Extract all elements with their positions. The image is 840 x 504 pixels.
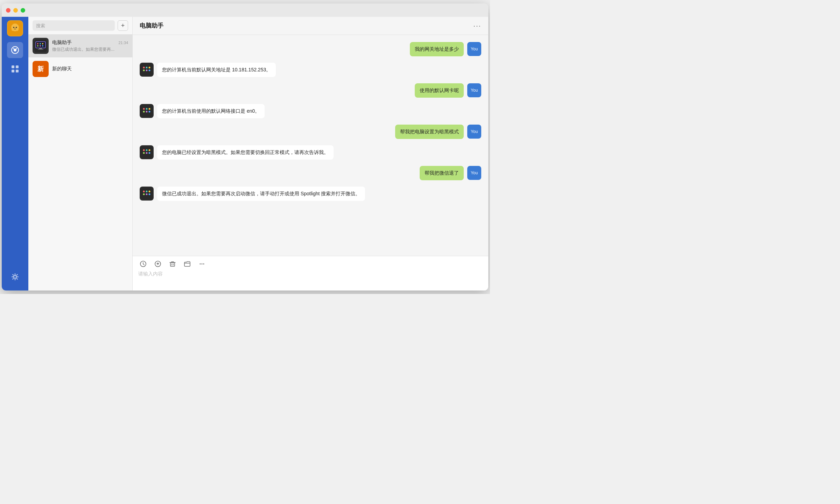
messages-area: You 我的网关地址是多少: [133, 35, 488, 256]
svg-point-10: [13, 48, 14, 49]
svg-point-40: [146, 111, 148, 113]
message-row-2: 您的计算机当前默认网关地址是 10.181.152.253。: [140, 63, 481, 77]
message-row-4: 您的计算机当前使用的默认网络接口是 en0。: [140, 104, 481, 118]
svg-point-22: [42, 43, 43, 44]
close-button[interactable]: [6, 8, 10, 13]
svg-point-11: [16, 48, 17, 49]
chat-main: 电脑助手 ··· You 我的网关地址是多少: [133, 17, 488, 290]
input-area: [133, 256, 488, 290]
message-row-3: You 使用的默认网卡呢: [140, 83, 481, 98]
message-bubble-2: 您的计算机当前默认网关地址是 10.181.152.253。: [157, 63, 276, 77]
message-bubble-8: 微信已成功退出。如果您需要再次启动微信，请手动打开或使用 Spotlight 搜…: [157, 187, 365, 201]
svg-rect-13: [16, 65, 19, 68]
sidebar-nav: [2, 17, 28, 290]
svg-point-37: [146, 108, 148, 110]
app-body: +: [2, 17, 488, 290]
svg-point-30: [146, 67, 148, 69]
chat-name-new: 新的聊天: [52, 66, 72, 72]
upload-icon-button[interactable]: [153, 259, 163, 269]
chat-item-diannao[interactable]: 电脑助手 21:34 微信已成功退出。如果您需要再...: [28, 34, 132, 57]
toolbar-more-button[interactable]: [197, 259, 207, 269]
svg-point-47: [146, 152, 148, 154]
bot-avatar-msg6: [140, 145, 154, 159]
svg-point-38: [149, 108, 150, 110]
svg-point-20: [37, 43, 38, 44]
svg-point-53: [143, 194, 145, 195]
minimize-button[interactable]: [13, 8, 18, 13]
message-row-8: 微信已成功退出。如果您需要再次启动微信，请手动打开或使用 Spotlight 搜…: [140, 187, 481, 201]
message-bubble-3: 使用的默认网卡呢: [415, 83, 464, 98]
chat-name-diannao: 电脑助手: [52, 40, 72, 46]
chat-avatar-diannao: [33, 38, 49, 54]
svg-point-34: [149, 70, 150, 71]
svg-point-39: [143, 111, 145, 113]
message-bubble-4: 您的计算机当前使用的默认网络接口是 en0。: [157, 104, 265, 118]
svg-point-55: [149, 194, 150, 195]
nav-chat-button[interactable]: [7, 42, 23, 58]
message-bubble-6: 您的电脑已经设置为暗黑模式。如果您需要切换回正常模式，请再次告诉我。: [157, 145, 334, 160]
add-chat-button[interactable]: +: [118, 20, 128, 31]
history-icon-button[interactable]: [138, 259, 148, 269]
title-bar: [2, 4, 488, 17]
app-window: +: [2, 4, 488, 290]
svg-point-33: [146, 70, 148, 71]
input-toolbar: [138, 259, 483, 269]
user-avatar-msg5: You: [467, 125, 481, 139]
user-avatar[interactable]: [7, 20, 23, 36]
svg-rect-14: [12, 70, 14, 72]
svg-rect-27: [38, 49, 43, 50]
chat-avatar-new: 新: [33, 61, 49, 77]
svg-point-44: [146, 149, 148, 151]
svg-point-48: [149, 152, 150, 154]
chat-info-diannao: 电脑助手 21:34 微信已成功退出。如果您需要再...: [52, 40, 128, 52]
svg-point-9: [14, 49, 16, 51]
search-input[interactable]: [33, 20, 115, 31]
message-bubble-5: 帮我把电脑设置为暗黑模式: [395, 125, 464, 139]
svg-rect-12: [12, 65, 14, 68]
chat-list-header: +: [28, 17, 132, 34]
svg-point-54: [146, 194, 148, 195]
fullscreen-button[interactable]: [21, 8, 25, 13]
svg-rect-58: [170, 262, 175, 266]
message-row-5: You 帮我把电脑设置为暗黑模式: [140, 125, 481, 139]
svg-point-3: [16, 28, 19, 31]
svg-point-41: [149, 111, 150, 113]
folder-icon-button[interactable]: [182, 259, 192, 269]
svg-point-25: [42, 45, 43, 47]
svg-point-29: [143, 67, 145, 69]
svg-point-31: [149, 67, 150, 69]
svg-point-23: [37, 45, 38, 47]
message-input[interactable]: [138, 271, 483, 285]
bot-avatar-msg8: [140, 187, 154, 201]
chat-preview-diannao: 微信已成功退出。如果您需要再...: [52, 47, 128, 52]
svg-point-50: [143, 191, 145, 192]
user-avatar-msg3: You: [467, 83, 481, 97]
bot-avatar-msg2: [140, 63, 154, 77]
nav-settings-button[interactable]: [7, 269, 23, 285]
message-bubble-1: 我的网关地址是多少: [410, 42, 464, 56]
svg-point-21: [40, 43, 41, 44]
user-avatar-msg1: You: [467, 42, 481, 56]
message-row-1: You 我的网关地址是多少: [140, 42, 481, 56]
svg-rect-15: [16, 70, 19, 72]
svg-point-7: [16, 27, 17, 28]
user-avatar-msg7: You: [467, 166, 481, 180]
svg-rect-26: [39, 48, 42, 49]
svg-point-6: [13, 27, 15, 28]
chat-time-diannao: 21:34: [118, 41, 128, 45]
more-options-button[interactable]: ···: [473, 22, 481, 30]
svg-point-60: [202, 264, 203, 265]
svg-point-51: [146, 191, 148, 192]
chat-title: 电脑助手: [140, 22, 163, 30]
svg-point-43: [143, 149, 145, 151]
svg-point-59: [200, 264, 201, 265]
chat-header: 电脑助手 ···: [133, 17, 488, 35]
svg-point-61: [203, 264, 204, 265]
nav-grid-button[interactable]: [7, 61, 23, 77]
svg-point-36: [143, 108, 145, 110]
delete-icon-button[interactable]: [168, 259, 177, 269]
svg-point-45: [149, 149, 150, 151]
chat-info-new: 新的聊天: [52, 66, 128, 72]
svg-point-52: [149, 191, 150, 192]
chat-item-new[interactable]: 新 新的聊天: [28, 57, 132, 80]
